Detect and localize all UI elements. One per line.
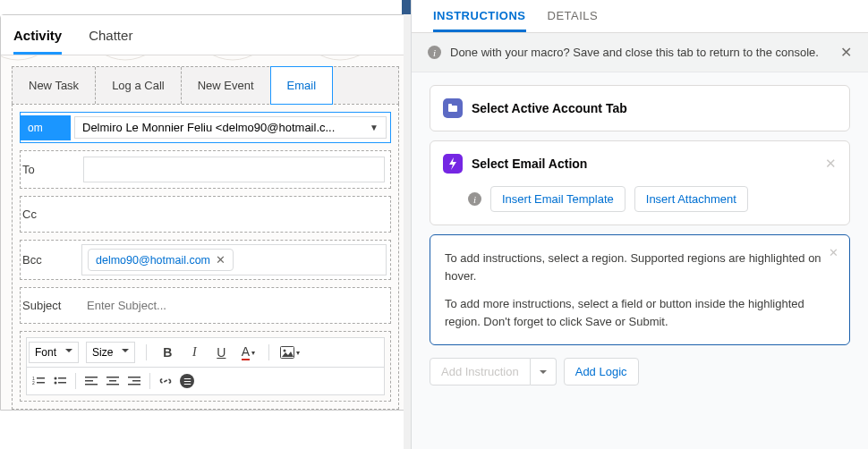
- subject-label: Subject: [21, 292, 78, 319]
- align-center-button[interactable]: [103, 371, 123, 391]
- left-panel: Activity Chatter New Task Log a Call New…: [0, 0, 412, 449]
- italic-button[interactable]: I: [184, 343, 204, 362]
- svg-rect-15: [106, 384, 119, 385]
- tab-instructions[interactable]: INSTRUCTIONS: [433, 0, 526, 32]
- image-button[interactable]: ▾: [280, 343, 300, 362]
- tab-chatter[interactable]: Chatter: [89, 28, 132, 55]
- close-icon[interactable]: ✕: [840, 44, 852, 61]
- chevron-down-icon: [65, 346, 72, 359]
- bcc-field[interactable]: Bcc delmo90@hotmail.com ✕: [20, 240, 391, 280]
- add-logic-button[interactable]: Add Logic: [564, 358, 639, 385]
- font-select[interactable]: Font: [29, 342, 79, 363]
- size-label: Size: [92, 346, 113, 359]
- to-input[interactable]: [83, 157, 385, 182]
- svg-rect-17: [132, 380, 140, 382]
- divider: [149, 373, 150, 389]
- help-text-2: To add more instructions, select a field…: [445, 295, 835, 330]
- add-instruction-group: Add Instruction: [430, 358, 557, 385]
- right-panel: INSTRUCTIONS DETAILS i Done with your ma…: [412, 0, 868, 449]
- info-icon: i: [468, 192, 481, 206]
- activity-tabs: Activity Chatter: [1, 15, 410, 55]
- macro-banner: i Done with your macro? Save and close t…: [412, 33, 868, 72]
- svg-rect-18: [128, 384, 140, 385]
- svg-rect-10: [85, 377, 98, 378]
- align-left-button[interactable]: [81, 371, 101, 391]
- bcc-pill[interactable]: delmo90@hotmail.com ✕: [88, 249, 234, 271]
- font-label: Font: [35, 346, 56, 359]
- subtab-new-event[interactable]: New Event: [182, 67, 271, 104]
- divider: [146, 344, 147, 360]
- from-label: om: [21, 115, 71, 140]
- svg-point-6: [55, 377, 57, 380]
- step-select-account-tab[interactable]: Select Active Account Tab: [430, 85, 850, 131]
- svg-point-1: [284, 350, 286, 352]
- cc-input[interactable]: [83, 202, 385, 226]
- chevron-down-icon: [122, 346, 129, 359]
- add-instruction-menu-button[interactable]: [531, 358, 557, 385]
- svg-rect-7: [58, 377, 66, 379]
- scrollbar-top[interactable]: [402, 0, 411, 14]
- bcc-label: Bcc: [21, 246, 78, 274]
- divider: [268, 344, 269, 360]
- bullet-list-button[interactable]: [50, 371, 70, 391]
- from-value: Delmiro Le Monnier Feliu <delmo90@hotmai…: [82, 121, 335, 134]
- svg-rect-19: [448, 106, 457, 112]
- tab-details[interactable]: DETAILS: [548, 0, 599, 32]
- editor-toolbar-row1: Font Size B I U A▾ ▾: [26, 337, 385, 368]
- help-card: ✕ To add instructions, select a region. …: [430, 234, 850, 345]
- cc-field[interactable]: Cc: [20, 196, 391, 233]
- banner-text: Done with your macro? Save and close thi…: [450, 46, 831, 59]
- numbered-list-button[interactable]: 12: [29, 371, 48, 391]
- step-actions: i Insert Email Template Insert Attachmen…: [468, 186, 837, 212]
- step-select-email-action[interactable]: Select Email Action ✕ i Insert Email Tem…: [430, 140, 850, 225]
- subject-field[interactable]: Subject: [20, 287, 391, 324]
- svg-rect-12: [85, 384, 98, 385]
- lightning-icon: [443, 154, 463, 174]
- insert-attachment-button[interactable]: Insert Attachment: [634, 186, 748, 212]
- to-label: To: [21, 156, 78, 183]
- svg-rect-16: [128, 377, 140, 378]
- info-icon: i: [428, 46, 441, 59]
- link-button[interactable]: [156, 371, 175, 391]
- instructions-body: Select Active Account Tab Select Email A…: [412, 72, 868, 449]
- remove-icon[interactable]: ✕: [216, 253, 226, 267]
- from-select[interactable]: Delmiro Le Monnier Feliu <delmo90@hotmai…: [74, 116, 387, 139]
- scrollbar-track[interactable]: [404, 14, 411, 449]
- help-text-1: To add instructions, select a region. Su…: [445, 250, 835, 284]
- step-title: Select Active Account Tab: [472, 101, 627, 115]
- rich-text-editor: Font Size B I U A▾ ▾ 12: [20, 331, 391, 402]
- size-select[interactable]: Size: [86, 342, 135, 363]
- step-title: Select Email Action: [472, 157, 587, 171]
- chevron-down-icon: ▼: [370, 123, 379, 132]
- from-field[interactable]: om Delmiro Le Monnier Feliu <delmo90@hot…: [20, 112, 391, 143]
- bottom-actions: Add Instruction Add Logic: [430, 358, 850, 385]
- composer-subtabs: New Task Log a Call New Event Email: [12, 66, 399, 104]
- editor-toolbar-row2: 12 ☰: [26, 368, 385, 395]
- cc-label: Cc: [21, 200, 78, 228]
- tab-activity[interactable]: Activity: [13, 28, 62, 55]
- subtab-spacer: [332, 67, 398, 104]
- underline-button[interactable]: U: [211, 343, 231, 362]
- bcc-input[interactable]: delmo90@hotmail.com ✕: [81, 244, 387, 275]
- divider: [75, 373, 76, 389]
- insert-email-template-button[interactable]: Insert Email Template: [490, 186, 625, 212]
- bcc-pill-text: delmo90@hotmail.com: [96, 254, 210, 267]
- close-icon[interactable]: ✕: [829, 244, 838, 262]
- text-color-button[interactable]: A▾: [238, 343, 258, 362]
- subject-input[interactable]: [83, 293, 385, 318]
- svg-rect-11: [85, 380, 93, 382]
- subtab-log-a-call[interactable]: Log a Call: [96, 67, 182, 104]
- remove-step-icon[interactable]: ✕: [825, 156, 837, 172]
- align-right-button[interactable]: [124, 371, 144, 391]
- svg-text:2: 2: [32, 380, 35, 385]
- add-instruction-button[interactable]: Add Instruction: [430, 358, 531, 385]
- to-field[interactable]: To: [20, 150, 391, 189]
- right-tabs: INSTRUCTIONS DETAILS: [412, 0, 868, 33]
- svg-rect-5: [37, 382, 45, 384]
- clear-format-button[interactable]: ☰: [177, 371, 197, 391]
- svg-rect-9: [58, 382, 66, 384]
- subtab-new-task[interactable]: New Task: [13, 67, 96, 104]
- svg-rect-14: [109, 380, 116, 382]
- subtab-email[interactable]: Email: [270, 66, 334, 105]
- bold-button[interactable]: B: [157, 343, 177, 362]
